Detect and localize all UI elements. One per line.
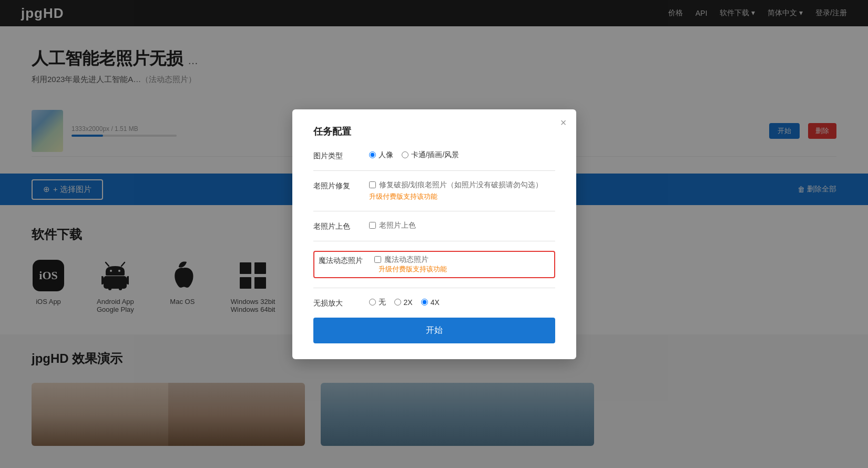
upgrade-link-repair[interactable]: 升级付费版支持该功能: [369, 192, 555, 201]
radio-portrait-label: 人像: [379, 150, 393, 160]
radio-none-input[interactable]: [369, 299, 376, 306]
image-type-options: 人像 卡通/插画/风景: [369, 150, 555, 160]
modal-row-magic: 魔法动态照片 魔法动态照片 升级付费版支持该功能: [313, 251, 555, 278]
lossless-radio-group: 无 2X 4X: [369, 298, 555, 307]
radio-cartoon-label: 卡通/插画/风景: [411, 150, 459, 160]
radio-portrait[interactable]: 人像: [369, 150, 393, 160]
modal-row-image-type: 图片类型 人像 卡通/插画/风景: [313, 150, 555, 161]
radio-4x-label: 4X: [431, 298, 440, 307]
modal-row-lossless: 无损放大 无 2X 4X: [313, 298, 555, 308]
repair-content: 修复破损/划痕老照片（如照片没有破损请勿勾选） 升级付费版支持该功能: [369, 180, 555, 201]
modal-row-repair: 老照片修复 修复破损/划痕老照片（如照片没有破损请勿勾选） 升级付费版支持该功能: [313, 180, 555, 201]
magic-checkbox[interactable]: [374, 256, 381, 263]
color-checkbox-label[interactable]: 老照片上色: [369, 221, 555, 230]
color-checkbox[interactable]: [369, 222, 376, 229]
radio-cartoon-input[interactable]: [402, 151, 409, 158]
image-type-radio-group: 人像 卡通/插画/风景: [369, 150, 555, 160]
image-type-label: 图片类型: [313, 150, 361, 161]
repair-checkbox-text: 修复破损/划痕老照片（如照片没有破损请勿勾选）: [379, 180, 543, 190]
radio-cartoon[interactable]: 卡通/插画/风景: [402, 150, 459, 160]
modal-row-color: 老照片上色 老照片上色: [313, 221, 555, 231]
lossless-options: 无 2X 4X: [369, 298, 555, 307]
repair-checkbox[interactable]: [369, 181, 376, 188]
divider-4: [313, 288, 555, 288]
modal: 任务配置 × 图片类型 人像 卡通/插画/风景 老: [292, 109, 576, 359]
radio-4x[interactable]: 4X: [421, 298, 440, 307]
lossless-label: 无损放大: [313, 298, 361, 308]
radio-4x-input[interactable]: [421, 299, 428, 306]
modal-title: 任务配置: [313, 125, 555, 138]
radio-portrait-input[interactable]: [369, 151, 376, 158]
radio-2x-label: 2X: [404, 298, 413, 307]
divider-2: [313, 211, 555, 211]
magic-label: 魔法动态照片: [319, 255, 366, 266]
divider-1: [313, 170, 555, 171]
repair-label: 老照片修复: [313, 180, 361, 191]
modal-close-button[interactable]: ×: [560, 117, 567, 129]
color-label: 老照片上色: [313, 221, 361, 231]
radio-none-label: 无: [379, 298, 386, 307]
radio-2x-input[interactable]: [394, 299, 401, 306]
radio-2x[interactable]: 2X: [394, 298, 413, 307]
magic-content: 魔法动态照片 升级付费版支持该功能: [374, 255, 550, 274]
color-checkbox-text: 老照片上色: [379, 221, 416, 230]
magic-checkbox-text: 魔法动态照片: [384, 255, 428, 264]
radio-none[interactable]: 无: [369, 298, 386, 307]
upgrade-link-magic[interactable]: 升级付费版支持该功能: [379, 265, 447, 273]
divider-3: [313, 241, 555, 241]
modal-start-button[interactable]: 开始: [313, 318, 555, 343]
repair-checkbox-label[interactable]: 修复破损/划痕老照片（如照片没有破损请勿勾选）: [369, 180, 555, 190]
modal-overlay[interactable]: 任务配置 × 图片类型 人像 卡通/插画/风景 老: [0, 0, 868, 462]
color-content: 老照片上色: [369, 221, 555, 230]
magic-checkbox-label[interactable]: 魔法动态照片: [374, 255, 550, 264]
